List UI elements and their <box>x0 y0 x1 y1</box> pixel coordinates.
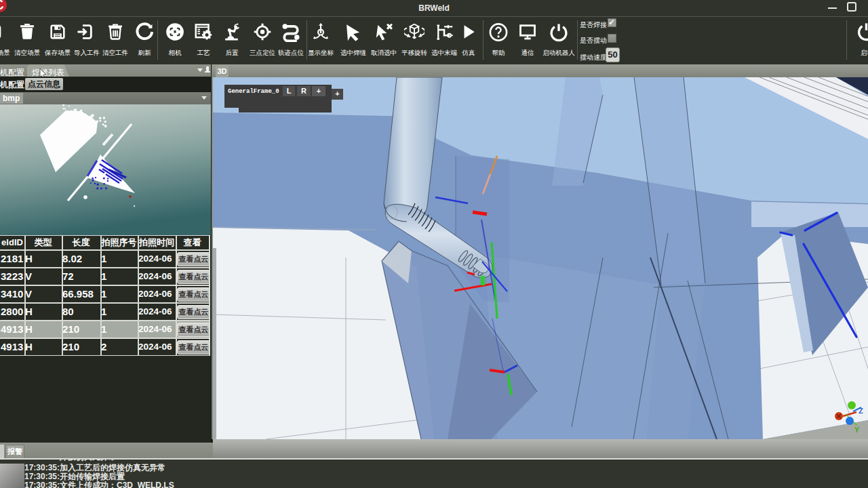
svg-text:Y: Y <box>854 426 860 434</box>
svg-text:Z: Z <box>859 407 863 415</box>
